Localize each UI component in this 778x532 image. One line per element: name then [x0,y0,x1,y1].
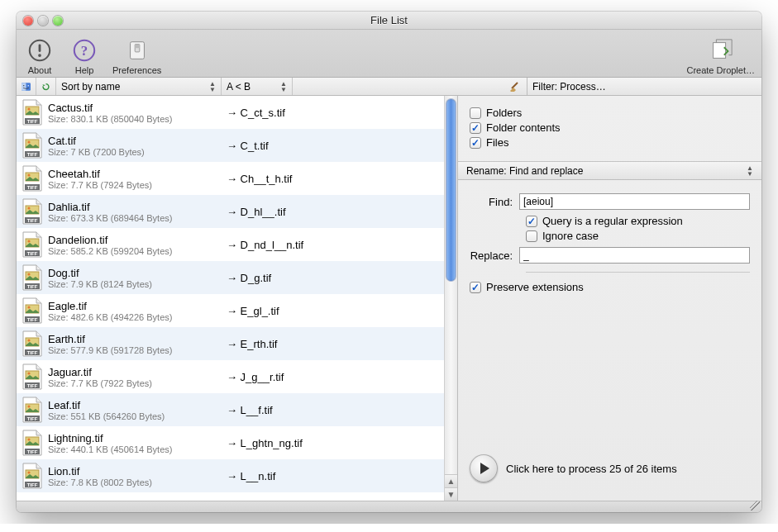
filter-section: Folders Folder contents Files [458,96,761,162]
file-name: Dog.tif [48,267,227,279]
checkbox-icon[interactable] [470,282,481,293]
file-row[interactable]: TIFFLion.tifSize: 7.8 KB (8002 Bytes)→ L… [17,459,444,492]
updown-icon: ▲▼ [209,81,216,93]
svg-line-13 [512,83,518,88]
file-target: → Ch__t_h.tif [227,173,444,185]
file-size: Size: 585.2 KB (599204 Bytes) [48,246,227,256]
svg-text:TIFF: TIFF [27,317,38,322]
scrollbar[interactable]: ▲ ▼ [444,96,457,501]
file-size: Size: 440.1 KB (450614 Bytes) [48,444,227,454]
checkbox-icon[interactable] [526,216,537,227]
file-row[interactable]: TIFFCactus.tifSize: 830.1 KB (850040 Byt… [17,96,444,129]
svg-text:TIFF: TIFF [27,185,38,190]
help-button[interactable]: ? Help [68,37,101,75]
broom-icon[interactable] [508,78,522,94]
resize-handle[interactable] [750,501,760,511]
file-name: Dandelion.tif [48,234,227,246]
find-input[interactable] [519,193,750,210]
options-pane: Folders Folder contents Files Rename: Fi… [458,96,761,501]
file-row[interactable]: TIFFDandelion.tifSize: 585.2 KB (599204 … [17,228,444,261]
svg-point-19 [27,140,30,143]
regex-row[interactable]: Query is a regular expression [526,215,750,227]
rename-header[interactable]: Rename: Find and replace ▲▼ [458,162,761,180]
rename-header-label: Rename: Find and replace [466,165,583,177]
header-spacer [293,78,527,95]
checkbox-icon[interactable] [526,230,537,242]
file-row[interactable]: TIFFJaguar.tifSize: 7.7 KB (7922 Bytes)→… [17,360,444,393]
file-name: Jaguar.tif [48,366,227,378]
svg-point-12 [28,84,29,85]
preserve-row[interactable]: Preserve extensions [470,281,750,293]
svg-point-59 [27,471,30,473]
replace-input[interactable] [519,247,750,264]
rename-section: Find: Query is a regular expression Igno… [458,180,761,306]
file-target: → L__f.tif [227,404,444,416]
close-icon[interactable] [23,16,33,26]
scroll-up-icon[interactable]: ▲ [445,474,457,487]
file-name: Lion.tif [48,465,227,477]
file-target: → L_ghtn_ng.tif [227,437,444,449]
create-droplet-button[interactable]: Create Droplet… [686,37,755,75]
file-list[interactable]: TIFFCactus.tifSize: 830.1 KB (850040 Byt… [17,96,444,501]
updown-icon: ▲▼ [747,165,753,177]
file-size: Size: 7.8 KB (8002 Bytes) [48,477,227,487]
svg-text:TIFF: TIFF [27,416,38,421]
file-row[interactable]: TIFFCheetah.tifSize: 7.7 KB (7924 Bytes)… [17,162,444,195]
replace-label: Replace: [470,249,519,262]
zoom-icon[interactable] [53,16,63,26]
file-size: Size: 7.9 KB (8124 Bytes) [48,279,227,289]
minimize-icon[interactable] [38,16,48,26]
create-droplet-label: Create Droplet… [686,65,755,75]
checkbox-icon[interactable] [470,122,481,134]
preferences-button[interactable]: Preferences [112,37,161,75]
svg-text:?: ? [81,43,88,59]
finder-icon[interactable] [17,78,36,95]
filter-header[interactable]: Filter: Process… [527,78,761,95]
exclamation-icon [26,37,53,64]
tiff-file-icon: TIFF [20,264,45,292]
process-area: Click here to process 25 of 26 items [458,439,761,501]
window-footer [17,501,761,512]
file-row[interactable]: TIFFLeaf.tifSize: 551 KB (564260 Bytes)→… [17,393,444,426]
tiff-file-icon: TIFF [20,197,45,226]
about-button[interactable]: About [23,37,56,75]
file-size: Size: 673.3 KB (689464 Bytes) [48,213,227,223]
filter-files-label: Files [486,136,508,149]
list-header-bar: Sort by name ▲▼ A < B ▲▼ Filter: Process… [17,78,761,96]
direction-label: A < B [227,81,251,93]
file-row[interactable]: TIFFDahlia.tifSize: 673.3 KB (689464 Byt… [17,195,444,228]
svg-rect-7 [135,45,140,49]
file-row[interactable]: TIFFLightning.tifSize: 440.1 KB (450614 … [17,426,444,459]
file-target: → D_nd_l__n.tif [227,239,444,251]
svg-point-11 [23,84,24,85]
file-row[interactable]: TIFFDog.tifSize: 7.9 KB (8124 Bytes)→ D_… [17,261,444,294]
tiff-file-icon: TIFF [20,98,45,126]
switch-icon [124,37,150,64]
sort-dropdown[interactable]: Sort by name ▲▼ [56,78,222,95]
file-row[interactable]: TIFFEarth.tifSize: 577.9 KB (591728 Byte… [17,327,444,360]
scroll-down-icon[interactable]: ▼ [445,487,457,501]
find-label: Find: [470,196,519,208]
filter-files-row[interactable]: Files [470,136,750,149]
scrollbar-thumb[interactable] [446,99,456,281]
filter-folder-contents-row[interactable]: Folder contents [470,121,750,134]
file-size: Size: 7 KB (7200 Bytes) [48,147,227,157]
tiff-file-icon: TIFF [20,330,45,358]
tiff-file-icon: TIFF [20,297,45,325]
droplet-icon [708,37,734,64]
checkbox-icon[interactable] [470,107,481,119]
process-label: Click here to process 25 of 26 items [506,463,677,475]
filter-folders-row[interactable]: Folders [470,107,750,119]
checkbox-icon[interactable] [470,137,481,149]
file-row[interactable]: TIFFEagle.tifSize: 482.6 KB (494226 Byte… [17,294,444,327]
svg-text:TIFF: TIFF [27,449,38,454]
file-target: → J_g__r.tif [227,371,444,383]
toolbar: About ? Help Preferences Create Droplet… [17,30,761,78]
file-row[interactable]: TIFFCat.tifSize: 7 KB (7200 Bytes)→ C_t.… [17,129,444,162]
process-button[interactable] [470,454,498,482]
svg-point-2 [38,54,41,57]
file-name: Lightning.tif [48,432,227,444]
direction-dropdown[interactable]: A < B ▲▼ [222,78,293,95]
refresh-icon[interactable] [36,78,56,95]
ignore-case-row[interactable]: Ignore case [526,230,750,242]
